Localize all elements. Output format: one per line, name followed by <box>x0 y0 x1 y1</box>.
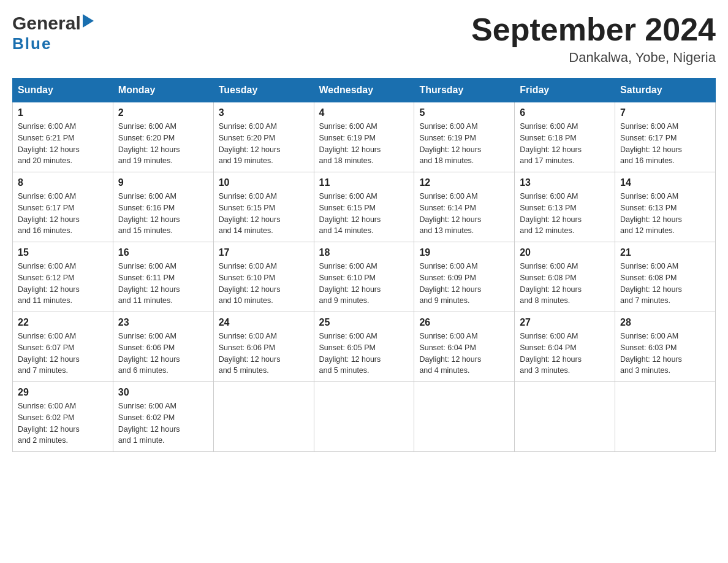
weekday-header-wednesday: Wednesday <box>314 79 414 102</box>
calendar-week-row-2: 8Sunrise: 6:00 AMSunset: 6:17 PMDaylight… <box>13 172 716 242</box>
day-info: Sunrise: 6:00 AMSunset: 6:07 PMDaylight:… <box>18 331 108 377</box>
calendar-cell: 7Sunrise: 6:00 AMSunset: 6:17 PMDaylight… <box>615 102 716 172</box>
calendar-cell: 5Sunrise: 6:00 AMSunset: 6:19 PMDaylight… <box>414 102 515 172</box>
day-number: 13 <box>520 177 610 188</box>
day-info: Sunrise: 6:00 AMSunset: 6:05 PMDaylight:… <box>319 331 409 377</box>
calendar-cell: 16Sunrise: 6:00 AMSunset: 6:11 PMDayligh… <box>113 242 213 312</box>
day-info: Sunrise: 6:00 AMSunset: 6:13 PMDaylight:… <box>520 191 610 237</box>
calendar-cell: 24Sunrise: 6:00 AMSunset: 6:06 PMDayligh… <box>213 312 314 382</box>
day-info: Sunrise: 6:00 AMSunset: 6:17 PMDaylight:… <box>620 121 710 167</box>
title-section: September 2024 Dankalwa, Yobe, Nigeria <box>471 12 716 66</box>
day-info: Sunrise: 6:00 AMSunset: 6:11 PMDaylight:… <box>118 261 208 307</box>
day-info: Sunrise: 6:00 AMSunset: 6:15 PMDaylight:… <box>219 191 309 237</box>
day-number: 25 <box>319 317 409 328</box>
day-number: 8 <box>18 177 108 188</box>
calendar-cell: 3Sunrise: 6:00 AMSunset: 6:20 PMDaylight… <box>213 102 314 172</box>
calendar-cell <box>414 382 515 452</box>
day-number: 11 <box>319 177 409 188</box>
day-number: 26 <box>419 317 509 328</box>
calendar-cell: 27Sunrise: 6:00 AMSunset: 6:04 PMDayligh… <box>515 312 615 382</box>
day-number: 28 <box>620 317 710 328</box>
day-info: Sunrise: 6:00 AMSunset: 6:04 PMDaylight:… <box>520 331 610 377</box>
day-number: 27 <box>520 317 610 328</box>
day-info: Sunrise: 6:00 AMSunset: 6:02 PMDaylight:… <box>18 400 108 446</box>
calendar-cell: 12Sunrise: 6:00 AMSunset: 6:14 PMDayligh… <box>414 172 515 242</box>
calendar-cell <box>213 382 314 452</box>
calendar-week-row-4: 22Sunrise: 6:00 AMSunset: 6:07 PMDayligh… <box>13 312 716 382</box>
calendar-table: SundayMondayTuesdayWednesdayThursdayFrid… <box>12 78 716 452</box>
logo: General Blue <box>12 12 94 53</box>
calendar-cell: 28Sunrise: 6:00 AMSunset: 6:03 PMDayligh… <box>615 312 716 382</box>
calendar-cell: 21Sunrise: 6:00 AMSunset: 6:08 PMDayligh… <box>615 242 716 312</box>
calendar-week-row-5: 29Sunrise: 6:00 AMSunset: 6:02 PMDayligh… <box>13 382 716 452</box>
calendar-cell: 9Sunrise: 6:00 AMSunset: 6:16 PMDaylight… <box>113 172 213 242</box>
day-info: Sunrise: 6:00 AMSunset: 6:19 PMDaylight:… <box>319 121 409 167</box>
calendar-cell <box>615 382 716 452</box>
location-subtitle: Dankalwa, Yobe, Nigeria <box>471 50 716 66</box>
day-number: 12 <box>419 177 509 188</box>
day-number: 9 <box>118 177 208 188</box>
calendar-cell <box>314 382 414 452</box>
day-info: Sunrise: 6:00 AMSunset: 6:17 PMDaylight:… <box>18 191 108 237</box>
day-info: Sunrise: 6:00 AMSunset: 6:02 PMDaylight:… <box>118 400 208 446</box>
day-info: Sunrise: 6:00 AMSunset: 6:06 PMDaylight:… <box>118 331 208 377</box>
day-info: Sunrise: 6:00 AMSunset: 6:10 PMDaylight:… <box>319 261 409 307</box>
day-info: Sunrise: 6:00 AMSunset: 6:15 PMDaylight:… <box>319 191 409 237</box>
day-info: Sunrise: 6:00 AMSunset: 6:19 PMDaylight:… <box>419 121 509 167</box>
day-info: Sunrise: 6:00 AMSunset: 6:21 PMDaylight:… <box>18 121 108 167</box>
logo-arrow-icon <box>83 14 94 28</box>
calendar-cell: 2Sunrise: 6:00 AMSunset: 6:20 PMDaylight… <box>113 102 213 172</box>
day-number: 19 <box>419 247 509 258</box>
weekday-header-row: SundayMondayTuesdayWednesdayThursdayFrid… <box>13 79 716 102</box>
calendar-week-row-3: 15Sunrise: 6:00 AMSunset: 6:12 PMDayligh… <box>13 242 716 312</box>
calendar-cell: 20Sunrise: 6:00 AMSunset: 6:08 PMDayligh… <box>515 242 615 312</box>
day-number: 5 <box>419 107 509 118</box>
calendar-cell: 6Sunrise: 6:00 AMSunset: 6:18 PMDaylight… <box>515 102 615 172</box>
calendar-cell: 13Sunrise: 6:00 AMSunset: 6:13 PMDayligh… <box>515 172 615 242</box>
day-number: 17 <box>219 247 309 258</box>
day-info: Sunrise: 6:00 AMSunset: 6:04 PMDaylight:… <box>419 331 509 377</box>
day-info: Sunrise: 6:00 AMSunset: 6:13 PMDaylight:… <box>620 191 710 237</box>
calendar-cell: 23Sunrise: 6:00 AMSunset: 6:06 PMDayligh… <box>113 312 213 382</box>
day-info: Sunrise: 6:00 AMSunset: 6:08 PMDaylight:… <box>520 261 610 307</box>
logo-general-text: General <box>12 12 81 34</box>
day-info: Sunrise: 6:00 AMSunset: 6:18 PMDaylight:… <box>520 121 610 167</box>
day-info: Sunrise: 6:00 AMSunset: 6:20 PMDaylight:… <box>118 121 208 167</box>
calendar-cell: 25Sunrise: 6:00 AMSunset: 6:05 PMDayligh… <box>314 312 414 382</box>
day-info: Sunrise: 6:00 AMSunset: 6:20 PMDaylight:… <box>219 121 309 167</box>
calendar-cell: 22Sunrise: 6:00 AMSunset: 6:07 PMDayligh… <box>13 312 113 382</box>
day-info: Sunrise: 6:00 AMSunset: 6:12 PMDaylight:… <box>18 261 108 307</box>
weekday-header-sunday: Sunday <box>13 79 113 102</box>
calendar-cell: 11Sunrise: 6:00 AMSunset: 6:15 PMDayligh… <box>314 172 414 242</box>
day-number: 22 <box>18 317 108 328</box>
day-number: 29 <box>18 387 108 398</box>
day-info: Sunrise: 6:00 AMSunset: 6:09 PMDaylight:… <box>419 261 509 307</box>
calendar-cell: 1Sunrise: 6:00 AMSunset: 6:21 PMDaylight… <box>13 102 113 172</box>
day-info: Sunrise: 6:00 AMSunset: 6:06 PMDaylight:… <box>219 331 309 377</box>
calendar-cell: 18Sunrise: 6:00 AMSunset: 6:10 PMDayligh… <box>314 242 414 312</box>
month-year-title: September 2024 <box>471 12 716 47</box>
day-info: Sunrise: 6:00 AMSunset: 6:08 PMDaylight:… <box>620 261 710 307</box>
day-number: 7 <box>620 107 710 118</box>
calendar-cell: 17Sunrise: 6:00 AMSunset: 6:10 PMDayligh… <box>213 242 314 312</box>
day-number: 24 <box>219 317 309 328</box>
day-number: 20 <box>520 247 610 258</box>
day-number: 21 <box>620 247 710 258</box>
calendar-cell: 14Sunrise: 6:00 AMSunset: 6:13 PMDayligh… <box>615 172 716 242</box>
calendar-cell: 30Sunrise: 6:00 AMSunset: 6:02 PMDayligh… <box>113 382 213 452</box>
calendar-cell: 29Sunrise: 6:00 AMSunset: 6:02 PMDayligh… <box>13 382 113 452</box>
calendar-cell: 10Sunrise: 6:00 AMSunset: 6:15 PMDayligh… <box>213 172 314 242</box>
day-number: 14 <box>620 177 710 188</box>
svg-marker-0 <box>83 14 94 28</box>
calendar-cell: 8Sunrise: 6:00 AMSunset: 6:17 PMDaylight… <box>13 172 113 242</box>
page-header: General Blue September 2024 Dankalwa, Yo… <box>12 12 716 66</box>
day-number: 15 <box>18 247 108 258</box>
weekday-header-thursday: Thursday <box>414 79 515 102</box>
weekday-header-friday: Friday <box>515 79 615 102</box>
day-number: 23 <box>118 317 208 328</box>
weekday-header-saturday: Saturday <box>615 79 716 102</box>
day-number: 10 <box>219 177 309 188</box>
day-number: 2 <box>118 107 208 118</box>
day-number: 6 <box>520 107 610 118</box>
day-info: Sunrise: 6:00 AMSunset: 6:03 PMDaylight:… <box>620 331 710 377</box>
